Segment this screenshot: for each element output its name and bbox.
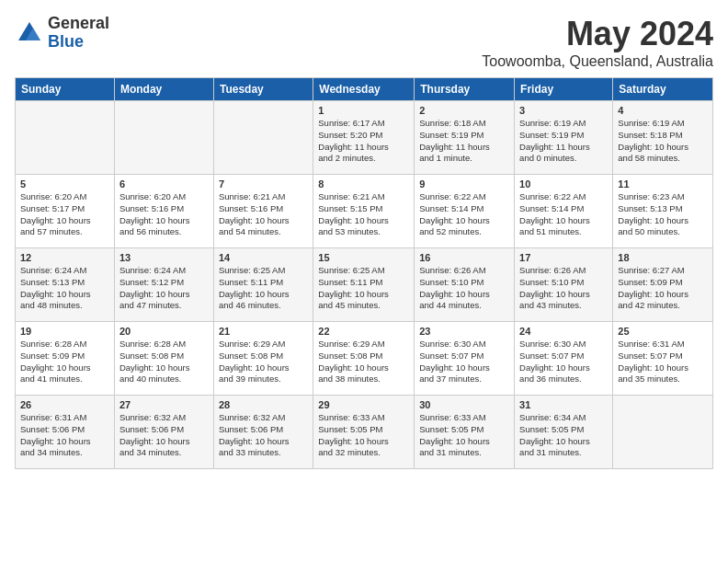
day-info: Sunrise: 6:34 AM Sunset: 5:05 PM Dayligh… bbox=[519, 412, 608, 459]
day-info: Sunrise: 6:32 AM Sunset: 5:06 PM Dayligh… bbox=[119, 412, 209, 459]
page-header: General Blue May 2024 Toowoomba, Queensl… bbox=[15, 15, 713, 70]
day-info: Sunrise: 6:28 AM Sunset: 5:09 PM Dayligh… bbox=[20, 339, 109, 385]
day-info: Sunrise: 6:24 AM Sunset: 5:13 PM Dayligh… bbox=[20, 265, 109, 312]
day-number: 6 bbox=[119, 178, 209, 190]
day-number: 31 bbox=[519, 399, 608, 410]
calendar-day-cell: 23Sunrise: 6:30 AM Sunset: 5:07 PM Dayli… bbox=[415, 322, 515, 396]
calendar-day-cell: 1Sunrise: 6:17 AM Sunset: 5:20 PM Daylig… bbox=[313, 101, 415, 175]
day-number: 24 bbox=[519, 326, 608, 337]
day-info: Sunrise: 6:18 AM Sunset: 5:19 PM Dayligh… bbox=[419, 118, 509, 165]
day-info: Sunrise: 6:30 AM Sunset: 5:07 PM Dayligh… bbox=[419, 339, 509, 385]
calendar-week-row: 19Sunrise: 6:28 AM Sunset: 5:09 PM Dayli… bbox=[16, 322, 713, 396]
calendar-day-cell: 12Sunrise: 6:24 AM Sunset: 5:13 PM Dayli… bbox=[16, 248, 115, 322]
logo-blue: Blue bbox=[48, 33, 109, 52]
day-info: Sunrise: 6:17 AM Sunset: 5:20 PM Dayligh… bbox=[318, 118, 409, 165]
day-info: Sunrise: 6:33 AM Sunset: 5:05 PM Dayligh… bbox=[318, 412, 409, 459]
calendar-day-cell: 8Sunrise: 6:21 AM Sunset: 5:15 PM Daylig… bbox=[313, 175, 415, 248]
day-info: Sunrise: 6:21 AM Sunset: 5:15 PM Dayligh… bbox=[318, 191, 409, 238]
calendar-day-cell: 13Sunrise: 6:24 AM Sunset: 5:12 PM Dayli… bbox=[114, 248, 213, 322]
header-day: Thursday bbox=[415, 78, 515, 101]
day-number: 18 bbox=[618, 252, 708, 263]
day-info: Sunrise: 6:21 AM Sunset: 5:16 PM Dayligh… bbox=[219, 191, 308, 238]
calendar-day-cell: 22Sunrise: 6:29 AM Sunset: 5:08 PM Dayli… bbox=[313, 322, 415, 396]
day-number: 20 bbox=[119, 326, 209, 337]
header-row: SundayMondayTuesdayWednesdayThursdayFrid… bbox=[16, 78, 713, 101]
day-info: Sunrise: 6:20 AM Sunset: 5:17 PM Dayligh… bbox=[20, 191, 109, 238]
calendar-day-cell: 26Sunrise: 6:31 AM Sunset: 5:06 PM Dayli… bbox=[16, 396, 115, 469]
logo-text: General Blue bbox=[48, 15, 109, 52]
day-number: 29 bbox=[318, 399, 409, 410]
day-info: Sunrise: 6:27 AM Sunset: 5:09 PM Dayligh… bbox=[618, 265, 708, 312]
day-number: 5 bbox=[20, 178, 109, 190]
calendar-week-row: 26Sunrise: 6:31 AM Sunset: 5:06 PM Dayli… bbox=[16, 396, 713, 469]
day-info: Sunrise: 6:29 AM Sunset: 5:08 PM Dayligh… bbox=[318, 339, 409, 385]
location-title: Toowoomba, Queensland, Australia bbox=[482, 53, 713, 70]
day-number: 11 bbox=[618, 178, 708, 190]
logo-icon bbox=[15, 18, 44, 48]
calendar-day-cell: 18Sunrise: 6:27 AM Sunset: 5:09 PM Dayli… bbox=[613, 248, 713, 322]
calendar-day-cell bbox=[613, 396, 713, 469]
day-info: Sunrise: 6:26 AM Sunset: 5:10 PM Dayligh… bbox=[419, 265, 509, 312]
day-number: 26 bbox=[20, 399, 109, 410]
day-info: Sunrise: 6:33 AM Sunset: 5:05 PM Dayligh… bbox=[419, 412, 509, 459]
calendar-week-row: 1Sunrise: 6:17 AM Sunset: 5:20 PM Daylig… bbox=[16, 101, 713, 175]
header-day: Sunday bbox=[16, 78, 115, 101]
day-number: 19 bbox=[20, 326, 109, 337]
calendar-day-cell: 30Sunrise: 6:33 AM Sunset: 5:05 PM Dayli… bbox=[415, 396, 515, 469]
calendar-day-cell: 11Sunrise: 6:23 AM Sunset: 5:13 PM Dayli… bbox=[613, 175, 713, 248]
calendar-day-cell bbox=[213, 101, 313, 175]
day-number: 13 bbox=[119, 252, 209, 263]
header-day: Friday bbox=[515, 78, 613, 101]
calendar-body: 1Sunrise: 6:17 AM Sunset: 5:20 PM Daylig… bbox=[16, 101, 713, 469]
header-day: Monday bbox=[114, 78, 213, 101]
day-number: 23 bbox=[419, 326, 509, 337]
calendar-day-cell: 17Sunrise: 6:26 AM Sunset: 5:10 PM Dayli… bbox=[515, 248, 613, 322]
calendar-day-cell: 15Sunrise: 6:25 AM Sunset: 5:11 PM Dayli… bbox=[313, 248, 415, 322]
day-info: Sunrise: 6:25 AM Sunset: 5:11 PM Dayligh… bbox=[318, 265, 409, 312]
calendar-day-cell bbox=[114, 101, 213, 175]
calendar-day-cell: 25Sunrise: 6:31 AM Sunset: 5:07 PM Dayli… bbox=[613, 322, 713, 396]
day-info: Sunrise: 6:20 AM Sunset: 5:16 PM Dayligh… bbox=[119, 191, 209, 238]
day-number: 25 bbox=[618, 326, 708, 337]
calendar-day-cell: 20Sunrise: 6:28 AM Sunset: 5:08 PM Dayli… bbox=[114, 322, 213, 396]
day-number: 27 bbox=[119, 399, 209, 410]
day-number: 21 bbox=[219, 326, 308, 337]
calendar-week-row: 5Sunrise: 6:20 AM Sunset: 5:17 PM Daylig… bbox=[16, 175, 713, 248]
calendar-day-cell: 3Sunrise: 6:19 AM Sunset: 5:19 PM Daylig… bbox=[515, 101, 613, 175]
calendar-day-cell bbox=[16, 101, 115, 175]
title-block: May 2024 Toowoomba, Queensland, Australi… bbox=[482, 15, 713, 70]
calendar-header: SundayMondayTuesdayWednesdayThursdayFrid… bbox=[16, 78, 713, 101]
calendar-day-cell: 4Sunrise: 6:19 AM Sunset: 5:18 PM Daylig… bbox=[613, 101, 713, 175]
day-info: Sunrise: 6:24 AM Sunset: 5:12 PM Dayligh… bbox=[119, 265, 209, 312]
calendar-day-cell: 29Sunrise: 6:33 AM Sunset: 5:05 PM Dayli… bbox=[313, 396, 415, 469]
day-number: 30 bbox=[419, 399, 509, 410]
calendar-day-cell: 19Sunrise: 6:28 AM Sunset: 5:09 PM Dayli… bbox=[16, 322, 115, 396]
calendar-day-cell: 14Sunrise: 6:25 AM Sunset: 5:11 PM Dayli… bbox=[213, 248, 313, 322]
day-info: Sunrise: 6:19 AM Sunset: 5:18 PM Dayligh… bbox=[618, 118, 708, 165]
header-day: Saturday bbox=[613, 78, 713, 101]
header-day: Tuesday bbox=[213, 78, 313, 101]
day-number: 28 bbox=[219, 399, 308, 410]
day-number: 9 bbox=[419, 178, 509, 190]
calendar-day-cell: 2Sunrise: 6:18 AM Sunset: 5:19 PM Daylig… bbox=[415, 101, 515, 175]
day-info: Sunrise: 6:23 AM Sunset: 5:13 PM Dayligh… bbox=[618, 191, 708, 238]
day-info: Sunrise: 6:26 AM Sunset: 5:10 PM Dayligh… bbox=[519, 265, 608, 312]
calendar-day-cell: 21Sunrise: 6:29 AM Sunset: 5:08 PM Dayli… bbox=[213, 322, 313, 396]
calendar-day-cell: 28Sunrise: 6:32 AM Sunset: 5:06 PM Dayli… bbox=[213, 396, 313, 469]
calendar-day-cell: 16Sunrise: 6:26 AM Sunset: 5:10 PM Dayli… bbox=[415, 248, 515, 322]
calendar-day-cell: 24Sunrise: 6:30 AM Sunset: 5:07 PM Dayli… bbox=[515, 322, 613, 396]
day-info: Sunrise: 6:25 AM Sunset: 5:11 PM Dayligh… bbox=[219, 265, 308, 312]
calendar-day-cell: 9Sunrise: 6:22 AM Sunset: 5:14 PM Daylig… bbox=[415, 175, 515, 248]
day-number: 17 bbox=[519, 252, 608, 263]
day-number: 16 bbox=[419, 252, 509, 263]
day-number: 4 bbox=[618, 105, 708, 116]
day-info: Sunrise: 6:29 AM Sunset: 5:08 PM Dayligh… bbox=[219, 339, 308, 385]
calendar-day-cell: 7Sunrise: 6:21 AM Sunset: 5:16 PM Daylig… bbox=[213, 175, 313, 248]
day-number: 15 bbox=[318, 252, 409, 263]
day-number: 14 bbox=[219, 252, 308, 263]
day-number: 3 bbox=[519, 105, 608, 116]
day-number: 12 bbox=[20, 252, 109, 263]
calendar-day-cell: 10Sunrise: 6:22 AM Sunset: 5:14 PM Dayli… bbox=[515, 175, 613, 248]
calendar-day-cell: 27Sunrise: 6:32 AM Sunset: 5:06 PM Dayli… bbox=[114, 396, 213, 469]
month-title: May 2024 bbox=[482, 15, 713, 53]
